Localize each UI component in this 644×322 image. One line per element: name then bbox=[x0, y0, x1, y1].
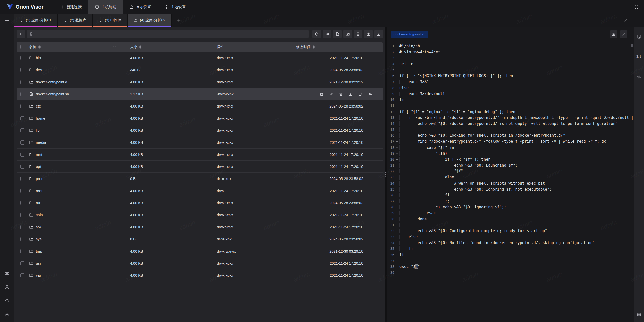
row-copy-button[interactable] bbox=[319, 92, 324, 97]
file-row-var[interactable]: var4.00 KBdrwxr-xr-x2021-11-24 17:20:10 bbox=[17, 269, 383, 281]
file-new-button[interactable] bbox=[333, 30, 342, 38]
row-trash-button[interactable] bbox=[338, 92, 343, 97]
new-tab-side-icon[interactable] bbox=[3, 17, 11, 24]
row-checkbox[interactable] bbox=[20, 56, 24, 60]
code-line[interactable]: 31 bbox=[387, 222, 634, 228]
file-row-sys[interactable]: sys0 Bdr-xr-xr-x2024-05-28 23:58:02 bbox=[17, 233, 383, 245]
row-checkbox[interactable] bbox=[20, 104, 24, 108]
code-line[interactable]: 2# vim:sw=4:ts=4:et bbox=[387, 49, 634, 55]
code-line[interactable]: 13 if /usr/bin/find "/docker-entrypoint.… bbox=[387, 115, 634, 121]
code-line[interactable]: 36fi bbox=[387, 252, 634, 258]
code-line[interactable]: 24 # warn on shell scripts without exec … bbox=[387, 181, 634, 187]
row-file-dots-button[interactable] bbox=[358, 92, 363, 97]
file-row-tmp[interactable]: tmp4.00 KBdrwxrwxrwx2021-12-30 03:29:10 bbox=[17, 245, 383, 257]
terminal-tab[interactable]: (4) 应用-分析02 bbox=[128, 14, 172, 27]
row-checkbox[interactable] bbox=[20, 92, 24, 96]
code-line[interactable]: 22 "$f" bbox=[387, 168, 634, 174]
row-checkbox[interactable] bbox=[20, 128, 24, 132]
save-file-icon[interactable] bbox=[610, 30, 617, 38]
code-line[interactable]: 9 exec 3>/dev/null bbox=[387, 91, 634, 97]
code-line[interactable]: 28 *) echo >&3 "$0: Ignoring $f";; bbox=[387, 204, 634, 210]
sort-num-icon[interactable]: 1↓ bbox=[635, 53, 643, 60]
code-line[interactable]: 34 echo >&3 "$0: No files found in /dock… bbox=[387, 240, 634, 246]
swap-icon[interactable] bbox=[635, 73, 643, 81]
file-row-run[interactable]: run4.00 KBdrwxr-xr-x2024-05-28 23:58:02 bbox=[17, 197, 383, 209]
row-checkbox[interactable] bbox=[20, 116, 24, 120]
gear-icon[interactable] bbox=[3, 310, 11, 318]
close-panel-icon[interactable] bbox=[622, 16, 629, 24]
file-row-docker-entrypoint.d[interactable]: docker-entrypoint.d4.00 KBdrwxr-xr-x2021… bbox=[17, 76, 383, 88]
fold-chevron-icon[interactable] bbox=[394, 151, 399, 157]
fold-chevron-icon[interactable] bbox=[394, 73, 399, 79]
code-line[interactable]: 5 bbox=[387, 67, 634, 73]
code-line[interactable]: 25 echo >&3 "$0: Ignoring $f, not execut… bbox=[387, 187, 634, 193]
row-user-key-button[interactable] bbox=[368, 92, 373, 97]
code-line[interactable]: 38exec "$@" bbox=[387, 264, 634, 270]
code-line[interactable]: 16 echo >&3 "$0: Looking for shell scrip… bbox=[387, 133, 634, 139]
fold-chevron-icon[interactable] bbox=[394, 109, 399, 115]
command-icon[interactable] bbox=[3, 270, 11, 277]
panel-splitter[interactable] bbox=[385, 27, 387, 322]
file-row-home[interactable]: home4.00 KBdrwxr-xr-x2021-11-24 17:20:10 bbox=[17, 112, 383, 124]
code-line[interactable]: 7 exec 3>&1 bbox=[387, 79, 634, 85]
sort-size[interactable] bbox=[139, 45, 141, 49]
row-download-button[interactable] bbox=[348, 92, 353, 97]
file-row-docker-entrypoint.sh[interactable]: docker-entrypoint.sh1.17 KB-rwxrwxr-x bbox=[17, 88, 383, 100]
download-button[interactable] bbox=[374, 30, 383, 38]
code-line[interactable]: 3 bbox=[387, 55, 634, 61]
user-icon[interactable] bbox=[3, 283, 11, 291]
terminal-tab[interactable]: (3) 中间件 bbox=[93, 14, 128, 27]
code-line[interactable]: 14 echo >&3 "$0: /docker-entrypoint.d/ i… bbox=[387, 121, 634, 127]
fold-chevron-icon[interactable] bbox=[394, 234, 399, 240]
filter-icon[interactable] bbox=[113, 45, 116, 49]
file-row-sbin[interactable]: sbin4.00 KBdrwxr-xr-x2021-11-24 17:20:10 bbox=[17, 209, 383, 221]
fold-chevron-icon[interactable] bbox=[394, 174, 399, 181]
file-row-opt[interactable]: opt4.00 KBdrwxr-xr-x2021-11-24 17:20:10 bbox=[17, 161, 383, 173]
row-checkbox[interactable] bbox=[20, 273, 24, 277]
code-line[interactable]: 20 if [ -x "$f" ]; then bbox=[387, 157, 634, 163]
sync-icon[interactable] bbox=[3, 297, 11, 304]
code-line[interactable]: 4set -e bbox=[387, 61, 634, 67]
file-row-bin[interactable]: bin4.00 KBdrwxr-xr-x2021-11-24 17:20:10 bbox=[17, 52, 383, 64]
file-row-etc[interactable]: etc4.00 KBdrwxr-xr-x2024-05-28 23:58:02 bbox=[17, 100, 383, 112]
terminal-tab[interactable]: (1) 应用-分析01 bbox=[14, 14, 58, 27]
menu-item[interactable]: 显示设置 bbox=[123, 0, 158, 14]
code-line[interactable]: 17 find "/docker-entrypoint.d/" -follow … bbox=[387, 139, 634, 145]
row-checkbox[interactable] bbox=[20, 249, 24, 253]
file-row-lib[interactable]: lib4.00 KBdrwxr-xr-x2021-11-24 17:20:10 bbox=[17, 124, 383, 136]
code-line[interactable]: 18 case "$f" in bbox=[387, 145, 634, 151]
fold-chevron-icon[interactable] bbox=[394, 115, 399, 121]
row-checkbox[interactable] bbox=[20, 213, 24, 217]
file-row-proc[interactable]: proc0 Bdr-xr-xr-x2024-05-28 23:58:02 bbox=[17, 173, 383, 185]
code-line[interactable]: 12if [ "$1" = "nginx" -o "$1" = "nginx-d… bbox=[387, 109, 634, 115]
code-line[interactable]: 10fi bbox=[387, 97, 634, 103]
code-line[interactable]: 8else bbox=[387, 85, 634, 91]
code-line[interactable]: 39 bbox=[387, 270, 634, 276]
file-row-media[interactable]: media4.00 KBdrwxr-xr-x2021-11-24 17:20:1… bbox=[17, 136, 383, 149]
row-checkbox[interactable] bbox=[20, 177, 24, 181]
code-line[interactable]: 26 fi bbox=[387, 192, 634, 198]
select-all-checkbox[interactable] bbox=[20, 45, 24, 49]
eye-button[interactable] bbox=[323, 30, 331, 38]
trash-button[interactable] bbox=[354, 30, 362, 38]
row-checkbox[interactable] bbox=[20, 189, 24, 193]
code-line[interactable]: 11 bbox=[387, 103, 634, 109]
code-line[interactable]: 32 echo >&3 "$0: Configuration complete;… bbox=[387, 228, 634, 234]
refresh-button[interactable] bbox=[312, 30, 321, 38]
fullscreen-icon[interactable] bbox=[633, 3, 640, 11]
menu-item[interactable]: 新建连接 bbox=[54, 0, 88, 14]
row-checkbox[interactable] bbox=[20, 261, 24, 265]
code-line[interactable]: 33 else bbox=[387, 234, 634, 240]
upload-button[interactable] bbox=[364, 30, 373, 38]
code-line[interactable]: 6if [ -z "${NGINX_ENTRYPOINT_QUIET_LOGS:… bbox=[387, 73, 634, 79]
file-row-dev[interactable]: dev340 Bdrwxr-xr-x2024-05-28 23:58:02 bbox=[17, 64, 383, 76]
menu-item[interactable]: 主题设置 bbox=[158, 0, 192, 14]
code-line[interactable]: 29 esac bbox=[387, 210, 634, 216]
menu-item[interactable]: 主机终端 bbox=[88, 0, 123, 14]
fold-chevron-icon[interactable] bbox=[394, 157, 399, 163]
code-line[interactable]: 30 done bbox=[387, 216, 634, 222]
code-area[interactable]: 1#!/bin/sh2# vim:sw=4:ts=4:et34set -e56i… bbox=[387, 42, 634, 322]
row-checkbox[interactable] bbox=[20, 225, 24, 229]
file-row-srv[interactable]: srv4.00 KBdrwxr-xr-x2021-11-24 17:20:10 bbox=[17, 221, 383, 233]
folder-new-button[interactable] bbox=[343, 30, 352, 38]
